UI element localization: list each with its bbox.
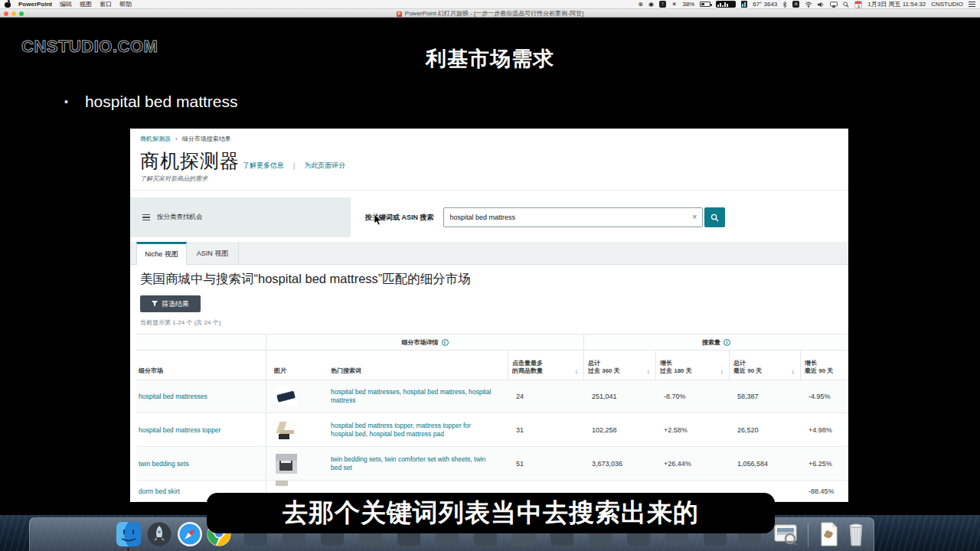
breadcrumb-root-link[interactable]: 商机探测器 — [140, 135, 171, 143]
eye-icon[interactable]: ◉ — [648, 2, 654, 8]
col-image: 图片 — [266, 350, 325, 380]
cell-products: 24 — [508, 393, 524, 400]
cell-products: 51 — [508, 460, 524, 468]
dock-separator — [808, 523, 808, 547]
cell-growth-90: -4.95% — [801, 393, 831, 400]
cell-growth-180: +2.58% — [656, 426, 688, 434]
col-top-clicked-products[interactable]: 点击量最多的商品数量 ↓ — [508, 350, 584, 380]
battery-icon[interactable] — [700, 2, 710, 7]
wifi-icon[interactable] — [805, 2, 812, 8]
col-total-360[interactable]: 总计过去 360 天 ↓ — [584, 350, 656, 380]
tab-niche-view[interactable]: Niche 视图 — [136, 242, 187, 265]
cell-growth-180: +26.44% — [656, 460, 691, 468]
sort-arrow-icon[interactable]: ↓ — [792, 367, 795, 375]
macos-menubar: PowerPoint 编辑 视图 窗口 帮助 ⊕ ◉ ! ☀ 38% 67° 3… — [0, 0, 980, 9]
search-band: 按分类查找机会 按关键词或 ASIN 搜索 × — [130, 197, 848, 237]
product-thumbnail[interactable] — [276, 454, 297, 474]
menubar-datetime[interactable]: 1月3日 周五 11:54:32 — [867, 0, 926, 8]
zoom-window-icon[interactable] — [19, 11, 24, 16]
menu-view[interactable]: 视图 — [80, 0, 92, 8]
notification-center-icon[interactable] — [969, 4, 975, 5]
launchpad-icon[interactable] — [146, 521, 172, 547]
col-niche: 细分市场 — [136, 350, 266, 380]
bullet-text: hospital bed mattress — [85, 93, 238, 111]
opportunity-explorer-screenshot: 商机探测器 › 细分市场搜索结果 商机探测器 了解更多信息 | 为此页面评分 了… — [130, 129, 848, 502]
menu-help[interactable]: 帮助 — [119, 0, 132, 8]
cell-total-90: 1,056,584 — [730, 460, 768, 468]
search-button[interactable] — [704, 207, 725, 227]
info-icon[interactable]: i — [442, 339, 449, 346]
screen: PowerPoint 编辑 视图 窗口 帮助 ⊕ ◉ ! ☀ 38% 67° 3… — [0, 0, 980, 551]
sensor-readout: 67° 3643 — [753, 1, 777, 8]
browse-categories-label: 按分类查找机会 — [157, 213, 203, 222]
rate-page-link[interactable]: 为此页面评分 — [304, 161, 345, 171]
trash-icon[interactable] — [843, 521, 869, 547]
sun-icon[interactable]: ☀ — [671, 2, 677, 8]
apple-menu-icon[interactable] — [5, 1, 11, 8]
col-total-90[interactable]: 总计最近 90 天 ↓ — [730, 350, 801, 380]
menubar-account[interactable]: CNSTUDIO — [931, 1, 963, 8]
cell-products: 31 — [508, 426, 524, 434]
funnel-icon — [152, 301, 158, 307]
learn-more-link[interactable]: 了解更多信息 — [243, 161, 284, 171]
niche-name-link[interactable]: twin bedding sets — [136, 460, 189, 468]
magnifier-icon — [710, 214, 719, 222]
menu-edit[interactable]: 编辑 — [60, 0, 72, 8]
sort-arrow-icon[interactable]: ↓ — [647, 367, 651, 375]
niche-name-link[interactable]: hospital bed mattress topper — [136, 426, 220, 434]
calendar-icon[interactable]: 3 — [854, 1, 862, 8]
col-growth-90[interactable]: 增长最近 90 天 — [801, 350, 848, 380]
niche-name-link[interactable]: dorm bed skirt — [136, 487, 180, 495]
net-meter-icon[interactable] — [741, 1, 747, 8]
page-tagline: 了解买家对新商品的需求 — [140, 174, 207, 183]
minimize-window-icon[interactable] — [11, 11, 16, 16]
group-details-label: 细分市场详情 — [402, 338, 439, 347]
menu-window[interactable]: 窗口 — [100, 0, 112, 8]
airplay-icon[interactable] — [830, 2, 838, 8]
preview-icon[interactable] — [773, 521, 799, 547]
col-keywords: 热门搜索词 — [325, 350, 508, 380]
browse-categories-button[interactable]: 按分类查找机会 — [130, 197, 351, 237]
globe-icon[interactable]: ⊕ — [638, 2, 643, 8]
top-keywords-link[interactable]: hospital bed mattress topper, mattress t… — [325, 422, 508, 439]
bluetooth-icon[interactable] — [782, 1, 787, 8]
window-title: PowerPoint 幻灯片放映 - [一步一步教你选品可行性分析案例-阿甘] — [405, 10, 583, 17]
top-keywords-link[interactable]: twin bedding sets, twin comforter set wi… — [325, 455, 508, 472]
group-spacer — [136, 334, 266, 350]
view-tabbar: Niche 视图 ASIN 视图 — [130, 242, 848, 265]
cell-growth-90: +4.98% — [801, 426, 832, 434]
link-divider: | — [293, 162, 295, 170]
sort-arrow-icon[interactable]: ↓ — [720, 367, 724, 375]
keyword-search-input[interactable] — [443, 207, 703, 227]
product-thumbnail[interactable] — [276, 420, 297, 440]
mouse-cursor — [374, 214, 382, 226]
col-growth-180[interactable]: 增长过去 180 天 ↓ — [656, 350, 730, 380]
group-niche-details: 细分市场详情 i — [266, 334, 584, 350]
product-thumbnail[interactable] — [276, 481, 288, 486]
info-icon[interactable]: i — [724, 339, 730, 346]
cpu-meter-icon[interactable] — [716, 1, 736, 8]
filter-results-button[interactable]: 筛选结果 — [140, 295, 201, 312]
menubar-app-name[interactable]: PowerPoint — [18, 1, 52, 8]
volume-icon[interactable] — [818, 2, 825, 8]
input-source-icon[interactable]: A — [792, 1, 799, 8]
document-icon[interactable] — [815, 521, 841, 547]
caption-text: 去那个关键词列表当中去搜索出来的 — [283, 496, 699, 530]
breadcrumb-chevron-icon: › — [175, 135, 178, 142]
battery-percent: 38% — [682, 1, 694, 8]
safari-icon[interactable] — [177, 521, 203, 547]
header-divider — [130, 190, 848, 191]
clear-search-icon[interactable]: × — [692, 211, 697, 222]
niche-table: 细分市场详情 i 搜索量 i 细分市场 图片 热门搜索词 点击量最多的商品数量 … — [136, 334, 848, 502]
close-window-icon[interactable] — [4, 11, 8, 16]
tab-asin-view[interactable]: ASIN 视图 — [187, 242, 239, 265]
spotlight-search-icon[interactable] — [843, 2, 849, 8]
traffic-lights[interactable] — [4, 11, 24, 16]
product-thumbnail[interactable] — [276, 386, 297, 406]
alert-box-icon[interactable]: ! — [659, 1, 666, 8]
sort-arrow-icon[interactable]: ↓ — [575, 367, 579, 375]
cell-total-360: 3,673,036 — [584, 460, 622, 468]
finder-icon[interactable] — [116, 521, 142, 547]
top-keywords-link[interactable]: hospital bed mattresses, hospital bed ma… — [325, 388, 508, 405]
niche-name-link[interactable]: hospital bed mattresses — [136, 393, 207, 400]
